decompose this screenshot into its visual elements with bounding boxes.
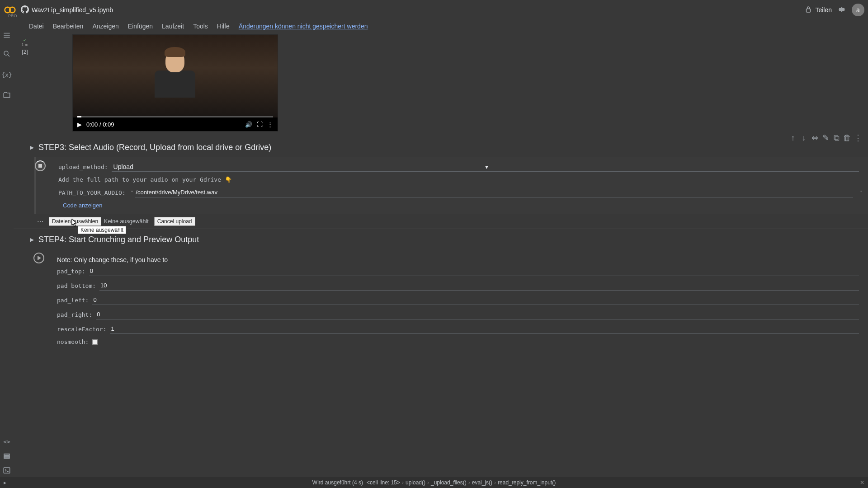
- menu-anzeigen[interactable]: Anzeigen: [89, 22, 122, 31]
- success-icon: ✓: [23, 38, 27, 42]
- video-output[interactable]: ▶ 0:00 / 0:09 🔊 ⛶ ⋮: [72, 34, 278, 49]
- notebook-title[interactable]: Wav2Lip_simplified_v5.ipynb: [32, 6, 113, 14]
- user-avatar[interactable]: a: [852, 4, 864, 16]
- menu-laufzeit[interactable]: Laufzeit: [158, 22, 188, 31]
- menu-einfuegen[interactable]: Einfügen: [124, 22, 156, 31]
- menu-tools[interactable]: Tools: [189, 22, 212, 31]
- menu-bearbeiten[interactable]: Bearbeiten: [49, 22, 87, 31]
- exec-time: 1 m: [21, 42, 28, 47]
- github-icon: [21, 5, 29, 15]
- header: PRO Wav2Lip_simplified_v5.ipynb Teilen a: [0, 0, 868, 20]
- menu-hilfe[interactable]: Hilfe: [213, 22, 233, 31]
- share-icon: [804, 5, 812, 15]
- svg-rect-2: [807, 9, 811, 12]
- menu-datei[interactable]: Datei: [25, 22, 47, 31]
- share-button[interactable]: Teilen: [804, 5, 832, 15]
- pro-badge: PRO: [8, 14, 17, 18]
- save-warning[interactable]: Änderungen können nicht gespeichert werd…: [239, 23, 368, 30]
- toc-icon[interactable]: [2, 30, 12, 40]
- settings-icon[interactable]: [837, 5, 846, 15]
- video-thumbnail: [73, 35, 278, 49]
- menubar: Datei Bearbeiten Anzeigen Einfügen Laufz…: [0, 20, 868, 33]
- notebook-main: ✓ 1 m [2] ▶ 0:00 / 0:09 🔊 ⛶ ⋮: [14, 34, 868, 49]
- cell-gutter: ✓ 1 m [2]: [14, 34, 36, 49]
